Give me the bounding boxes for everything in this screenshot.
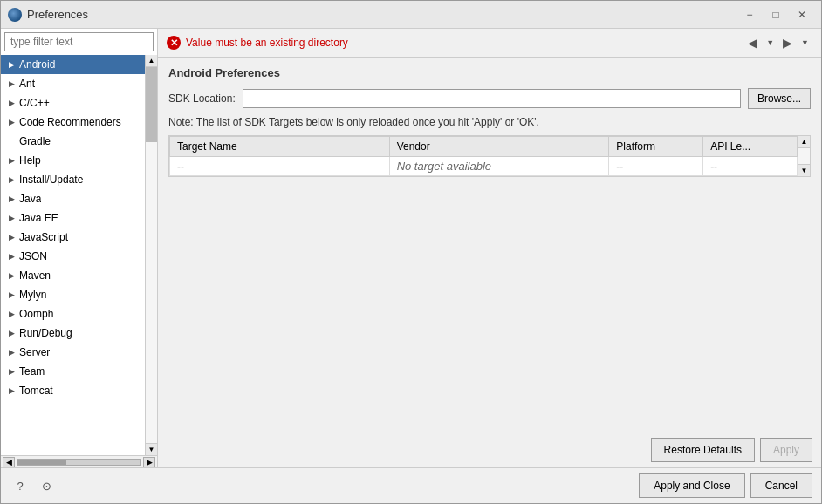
- filter-input[interactable]: [4, 32, 154, 51]
- sidebar-item-cpp[interactable]: ▶ C/C++: [1, 93, 145, 112]
- panel-footer: Restore Defaults Apply: [158, 432, 821, 467]
- window-footer-actions: Apply and Close Cancel: [639, 473, 812, 498]
- sidebar-item-server[interactable]: ▶ Server: [1, 343, 145, 362]
- right-panel: ✕ Value must be an existing directory ◀ …: [158, 29, 821, 467]
- expand-arrow-icon: ▶: [6, 347, 17, 358]
- targets-table-container: Target Name Vendor Platform API Le... --…: [168, 135, 811, 177]
- scroll-up-arrow[interactable]: ▲: [146, 55, 157, 67]
- scroll-left-arrow[interactable]: ◀: [3, 457, 15, 467]
- sidebar-item-gradle[interactable]: ▶ Gradle: [1, 132, 145, 151]
- sidebar-item-ant[interactable]: ▶ Ant: [1, 74, 145, 93]
- apply-and-close-button[interactable]: Apply and Close: [639, 473, 744, 498]
- expand-arrow-icon: ▶: [6, 385, 17, 396]
- window-controls: − □ ✕: [737, 4, 814, 25]
- nav-buttons: ◀ ▼ ▶ ▼: [744, 34, 812, 51]
- sdk-location-input[interactable]: [243, 89, 741, 108]
- scroll-thumb: [17, 460, 66, 465]
- cancel-button[interactable]: Cancel: [750, 473, 812, 498]
- restore-defaults-button[interactable]: Restore Defaults: [651, 438, 755, 462]
- error-bar: ✕ Value must be an existing directory ◀ …: [158, 29, 821, 58]
- nav-back-button[interactable]: ◀: [744, 34, 761, 51]
- sidebar-item-java-ee[interactable]: ▶ Java EE: [1, 208, 145, 228]
- expand-arrow-icon: ▶: [6, 213, 17, 223]
- close-button[interactable]: ✕: [790, 4, 814, 25]
- sidebar-item-mylyn[interactable]: ▶ Mylyn: [1, 285, 145, 304]
- app-icon: [8, 8, 22, 22]
- sidebar-item-help[interactable]: ▶ Help: [1, 151, 145, 170]
- expand-arrow-icon: ▶: [6, 174, 17, 185]
- settings-icon: ⊙: [42, 480, 51, 493]
- nav-forward-dropdown[interactable]: ▼: [798, 37, 812, 49]
- expand-arrow-icon: ▶: [6, 78, 17, 89]
- expand-arrow-icon: ▶: [6, 309, 17, 319]
- error-message: Value must be an existing directory: [186, 37, 348, 49]
- expand-arrow-icon: ▶: [6, 328, 17, 338]
- expand-arrow-icon: ▶: [6, 366, 17, 377]
- sidebar-item-android[interactable]: ▶ Android: [1, 55, 145, 74]
- col-platform: Platform: [609, 137, 703, 157]
- sidebar: ▲ ▼ ▶ Android ▶ Ant: [1, 29, 158, 467]
- error-icon: ✕: [167, 36, 181, 50]
- cell-target-name: --: [170, 157, 390, 176]
- table-scrollbar: ▲ ▼: [798, 136, 810, 176]
- sidebar-item-team[interactable]: ▶ Team: [1, 362, 145, 381]
- help-icon: ?: [17, 480, 23, 493]
- sdk-row: SDK Location: Browse...: [168, 88, 811, 109]
- sidebar-list: ▲ ▼ ▶ Android ▶ Ant: [1, 55, 157, 455]
- expand-arrow-icon: ▶: [6, 251, 17, 262]
- scroll-track[interactable]: [17, 459, 141, 466]
- sidebar-item-java[interactable]: ▶ Java: [1, 189, 145, 208]
- sdk-label: SDK Location:: [168, 92, 236, 105]
- cell-api-level: --: [703, 157, 798, 176]
- sidebar-item-json[interactable]: ▶ JSON: [1, 247, 145, 266]
- scroll-down-arrow[interactable]: ▼: [146, 443, 157, 455]
- expand-arrow-icon: ▶: [6, 98, 17, 108]
- minimize-button[interactable]: −: [737, 4, 762, 25]
- cell-platform: --: [609, 157, 703, 176]
- panel-content: Android Preferences SDK Location: Browse…: [158, 58, 821, 432]
- table-scroll-up[interactable]: ▲: [798, 136, 810, 148]
- apply-button[interactable]: Apply: [760, 438, 812, 462]
- targets-table: Target Name Vendor Platform API Le... --…: [169, 136, 798, 176]
- sidebar-item-run-debug[interactable]: ▶ Run/Debug: [1, 324, 145, 343]
- sidebar-item-maven[interactable]: ▶ Maven: [1, 266, 145, 285]
- section-title: Android Preferences: [168, 66, 811, 79]
- table-row: -- No target available -- --: [170, 157, 798, 176]
- expand-arrow-icon: ▶: [6, 117, 17, 127]
- sidebar-item-install-update[interactable]: ▶ Install/Update: [1, 170, 145, 189]
- sidebar-item-oomph[interactable]: ▶ Oomph: [1, 304, 145, 324]
- expand-arrow-icon: ▶: [6, 59, 17, 70]
- expand-arrow-icon: ▶: [6, 270, 17, 281]
- cell-vendor: No target available: [389, 157, 609, 176]
- sidebar-item-code-recommenders[interactable]: ▶ Code Recommenders: [1, 112, 145, 132]
- expand-arrow-icon: ▶: [6, 155, 17, 166]
- settings-button[interactable]: ⊙: [36, 475, 57, 496]
- nav-back-dropdown[interactable]: ▼: [763, 37, 777, 49]
- expand-arrow-icon: ▶: [6, 232, 17, 242]
- help-button[interactable]: ?: [10, 475, 31, 496]
- sidebar-item-tomcat[interactable]: ▶ Tomcat: [1, 381, 145, 400]
- expand-arrow-icon: ▶: [6, 194, 17, 204]
- col-vendor: Vendor: [389, 137, 609, 157]
- window-title: Preferences: [27, 8, 737, 21]
- main-content: ▲ ▼ ▶ Android ▶ Ant: [1, 29, 821, 467]
- preferences-window: Preferences − □ ✕ ▲ ▼: [0, 0, 822, 504]
- col-target-name: Target Name: [170, 137, 390, 157]
- sidebar-horizontal-scrollbar: ◀ ▶: [1, 455, 157, 467]
- scroll-right-arrow[interactable]: ▶: [143, 457, 155, 467]
- table-scroll-down[interactable]: ▼: [798, 164, 810, 176]
- note-text: Note: The list of SDK Targets below is o…: [168, 116, 811, 128]
- sidebar-item-javascript[interactable]: ▶ JavaScript: [1, 228, 145, 247]
- window-footer: ? ⊙ Apply and Close Cancel: [1, 467, 821, 503]
- maximize-button[interactable]: □: [764, 4, 788, 25]
- title-bar: Preferences − □ ✕: [1, 1, 821, 29]
- nav-forward-button[interactable]: ▶: [779, 34, 796, 51]
- col-api-level: API Le...: [703, 137, 798, 157]
- expand-arrow-icon: ▶: [6, 289, 17, 300]
- browse-button[interactable]: Browse...: [748, 88, 811, 109]
